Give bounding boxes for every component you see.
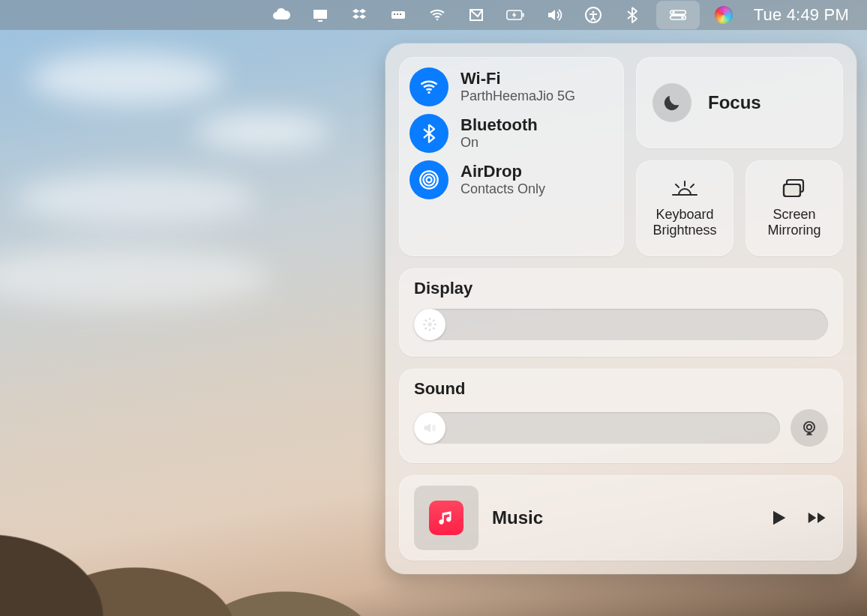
menu-bar: Tue 4:49 PM bbox=[0, 0, 867, 30]
volume-icon[interactable] bbox=[545, 0, 563, 30]
airdrop-title: AirDrop bbox=[460, 162, 545, 181]
control-center-panel: Wi-Fi ParthHeemaJio 5G Bluetooth On bbox=[386, 43, 856, 574]
audio-output-button[interactable] bbox=[790, 409, 828, 447]
svg-line-31 bbox=[425, 328, 426, 329]
airdrop-subtitle: Contacts Only bbox=[460, 181, 545, 198]
svg-line-32 bbox=[434, 320, 434, 321]
svg-point-34 bbox=[804, 422, 814, 432]
wifi-icon bbox=[410, 67, 448, 106]
display-heading: Display bbox=[414, 279, 828, 298]
bluetooth-title: Bluetooth bbox=[460, 115, 538, 135]
moon-icon bbox=[652, 83, 692, 122]
sound-slider[interactable] bbox=[414, 412, 780, 444]
control-center-icon[interactable] bbox=[656, 1, 700, 29]
app-icon[interactable] bbox=[467, 0, 485, 30]
keyboard-brightness-button[interactable]: Keyboard Brightness bbox=[636, 160, 734, 256]
svg-line-18 bbox=[676, 184, 679, 187]
display-slider[interactable] bbox=[414, 309, 828, 340]
svg-point-12 bbox=[681, 16, 683, 19]
bluetooth-toggle[interactable]: Bluetooth On bbox=[410, 114, 616, 153]
svg-line-29 bbox=[425, 320, 426, 321]
screen-mirroring-icon bbox=[781, 178, 808, 199]
desktop-cloud bbox=[15, 172, 255, 225]
svg-rect-3 bbox=[400, 13, 401, 15]
wifi-title: Wi-Fi bbox=[460, 69, 575, 88]
cloud-icon[interactable] bbox=[272, 0, 290, 30]
bluetooth-icon bbox=[410, 114, 448, 153]
now-playing-tile[interactable]: Music bbox=[399, 475, 843, 561]
display-icon[interactable] bbox=[311, 0, 329, 30]
bluetooth-subtitle: On bbox=[460, 135, 538, 151]
svg-rect-22 bbox=[784, 184, 800, 196]
focus-toggle[interactable]: Focus bbox=[636, 57, 843, 148]
connectivity-tile: Wi-Fi ParthHeemaJio 5G Bluetooth On bbox=[399, 57, 624, 256]
svg-point-4 bbox=[436, 19, 437, 20]
siri-icon[interactable] bbox=[715, 0, 733, 30]
airdrop-icon bbox=[410, 160, 448, 199]
svg-rect-6 bbox=[522, 13, 524, 16]
menu-clock[interactable]: Tue 4:49 PM bbox=[754, 0, 849, 30]
airplay-audio-icon bbox=[800, 418, 819, 438]
now-playing-title: Music bbox=[492, 507, 543, 528]
keyboard-brightness-label: Keyboard Brightness bbox=[636, 207, 734, 238]
svg-point-15 bbox=[423, 174, 434, 185]
desktop-cloud bbox=[0, 247, 270, 307]
wifi-icon[interactable] bbox=[428, 0, 446, 30]
play-button[interactable] bbox=[768, 507, 789, 528]
airdrop-toggle[interactable]: AirDrop Contacts Only bbox=[410, 160, 616, 199]
next-button[interactable] bbox=[807, 507, 828, 528]
svg-point-8 bbox=[592, 11, 594, 13]
svg-point-10 bbox=[672, 11, 674, 13]
album-art bbox=[414, 486, 478, 550]
wifi-subtitle: ParthHeemaJio 5G bbox=[460, 88, 575, 105]
speaker-icon bbox=[422, 420, 438, 436]
screen-mirroring-button[interactable]: Screen Mirroring bbox=[746, 160, 843, 256]
sound-heading: Sound bbox=[414, 379, 828, 399]
sound-tile: Sound bbox=[399, 369, 843, 463]
bluetooth-icon[interactable] bbox=[623, 0, 641, 30]
svg-point-13 bbox=[428, 91, 430, 94]
keyboard-brightness-icon bbox=[671, 178, 698, 199]
desktop-cloud bbox=[30, 52, 225, 105]
focus-title: Focus bbox=[708, 92, 761, 113]
desktop-cloud bbox=[195, 112, 330, 150]
svg-point-14 bbox=[427, 178, 432, 183]
display-tile: Display bbox=[399, 268, 843, 357]
dropbox-icon[interactable] bbox=[350, 0, 368, 30]
wifi-toggle[interactable]: Wi-Fi ParthHeemaJio 5G bbox=[410, 67, 616, 106]
svg-line-30 bbox=[434, 328, 434, 329]
svg-rect-2 bbox=[397, 13, 398, 15]
screen-mirroring-label: Screen Mirroring bbox=[746, 207, 843, 238]
keyboard-input-icon[interactable] bbox=[389, 0, 407, 30]
battery-icon[interactable] bbox=[506, 0, 524, 30]
music-app-icon bbox=[429, 501, 464, 535]
svg-rect-1 bbox=[394, 13, 395, 15]
svg-point-24 bbox=[428, 322, 432, 327]
accessibility-icon[interactable] bbox=[584, 0, 602, 30]
sun-icon bbox=[422, 316, 438, 333]
svg-point-33 bbox=[807, 425, 812, 430]
svg-line-19 bbox=[691, 184, 694, 187]
